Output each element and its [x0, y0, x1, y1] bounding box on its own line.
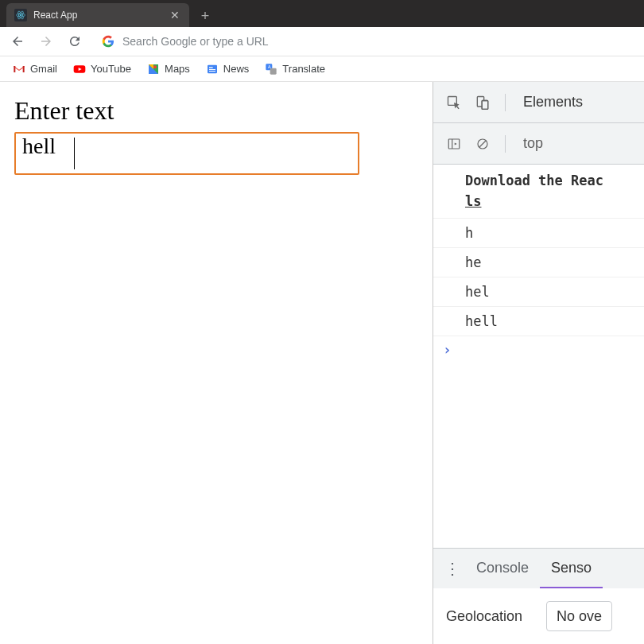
bookmark-maps[interactable]: Maps	[141, 60, 196, 79]
browser-tab-strip: React App ✕ +	[0, 0, 644, 27]
devtools-tab-elements[interactable]: Elements	[514, 94, 592, 111]
page-content: Enter text hell	[0, 82, 433, 644]
svg-rect-9	[209, 71, 215, 72]
back-button[interactable]	[6, 30, 29, 52]
bookmark-translate[interactable]: A Translate	[258, 60, 332, 79]
close-tab-icon[interactable]: ✕	[169, 9, 181, 21]
bookmarks-bar: Gmail YouTube Maps News A Translate	[0, 56, 644, 82]
bookmark-youtube[interactable]: YouTube	[67, 60, 138, 79]
console-output[interactable]: Download the Reac ls h he hel hell ›	[433, 165, 644, 548]
devtools-main-toolbar: Elements	[433, 82, 644, 123]
react-favicon	[14, 9, 27, 21]
text-input[interactable]: hell	[14, 132, 359, 175]
svg-text:A: A	[268, 64, 271, 69]
inspect-element-icon[interactable]	[440, 88, 468, 117]
navigation-bar: Search Google or type a URL	[0, 27, 644, 56]
toolbar-divider	[505, 135, 506, 153]
bookmark-label: Gmail	[30, 63, 57, 75]
devtools-console-toolbar: top	[433, 123, 644, 165]
text-caret	[74, 138, 75, 169]
news-icon	[206, 63, 219, 76]
svg-rect-15	[482, 100, 488, 109]
console-log-entry: hel	[433, 277, 644, 307]
devtools-panel: Elements top Download the Reac ls h he h…	[433, 82, 644, 644]
drawer-tab-bar: ⋮ Console Senso	[433, 549, 644, 588]
svg-rect-11	[270, 68, 277, 74]
console-message: Download the Reac ls	[433, 165, 644, 219]
translate-icon: A	[265, 63, 277, 76]
drawer-tab-console[interactable]: Console	[465, 549, 540, 588]
svg-rect-8	[209, 69, 215, 70]
bookmark-label: YouTube	[91, 63, 131, 75]
clear-console-icon[interactable]	[468, 130, 497, 158]
svg-point-5	[153, 65, 157, 68]
devtools-drawer: ⋮ Console Senso Geolocation No ove	[433, 548, 644, 644]
svg-rect-7	[209, 67, 213, 68]
browser-tab[interactable]: React App ✕	[6, 3, 189, 27]
bookmark-news[interactable]: News	[200, 60, 256, 79]
geolocation-label: Geolocation	[446, 608, 522, 625]
console-prompt-icon[interactable]: ›	[433, 336, 644, 363]
reload-button[interactable]	[64, 30, 86, 52]
new-tab-button[interactable]: +	[194, 5, 216, 27]
geolocation-select[interactable]: No ove	[546, 601, 612, 631]
bookmark-label: News	[223, 63, 250, 75]
more-tools-icon[interactable]: ⋮	[440, 556, 465, 581]
address-bar[interactable]: Search Google or type a URL	[92, 30, 638, 52]
svg-rect-17	[448, 139, 460, 149]
toolbar-divider	[505, 94, 506, 111]
console-log-entry: hell	[433, 307, 644, 336]
console-log-entry: h	[433, 219, 644, 248]
device-toggle-icon[interactable]	[468, 88, 497, 117]
sensors-panel: Geolocation No ove	[433, 588, 644, 644]
youtube-icon	[73, 63, 86, 76]
google-icon	[102, 35, 114, 48]
console-log-entry: he	[433, 248, 644, 277]
forward-button[interactable]	[35, 30, 57, 52]
drawer-tab-sensors[interactable]: Senso	[540, 549, 603, 588]
svg-line-20	[479, 141, 486, 147]
bookmark-label: Maps	[165, 63, 190, 75]
bookmark-gmail[interactable]: Gmail	[6, 60, 64, 79]
tab-title: React App	[33, 10, 162, 21]
console-context[interactable]: top	[523, 135, 543, 152]
maps-icon	[147, 63, 160, 76]
page-heading: Enter text	[14, 96, 418, 126]
gmail-icon	[13, 63, 25, 76]
svg-point-1	[17, 14, 25, 17]
bookmark-label: Translate	[282, 63, 325, 75]
address-placeholder: Search Google or type a URL	[122, 35, 269, 48]
console-sidebar-toggle-icon[interactable]	[440, 130, 468, 158]
